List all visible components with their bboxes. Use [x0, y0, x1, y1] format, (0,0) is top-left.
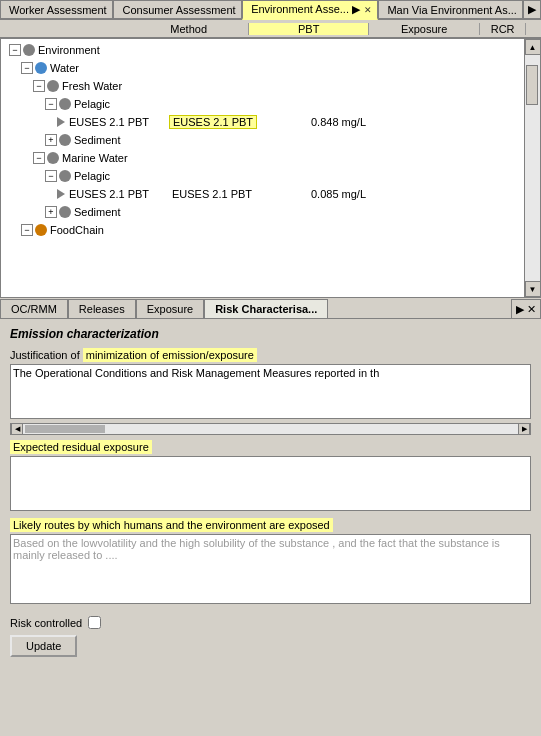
tab-environment-assessment[interactable]: Environment Asse... ▶ ✕ [242, 0, 378, 20]
tree-node-fw-pelagic[interactable]: − Pelagic [1, 95, 524, 113]
risk-controlled-row: Risk controlled [10, 616, 531, 629]
water-label: Water [50, 62, 79, 74]
expand-icon-water[interactable]: − [21, 62, 33, 74]
hscroll-track [23, 424, 518, 434]
expand-icon-mw-pelagic[interactable]: − [45, 170, 57, 182]
freshwater-icon [47, 80, 59, 92]
justification-textarea-wrapper [10, 364, 531, 421]
expand-icon-fw-sediment[interactable]: + [45, 134, 57, 146]
scroll-track [525, 55, 541, 281]
routes-label: Likely routes by which humans and the en… [10, 519, 531, 531]
freshwater-label: Fresh Water [62, 80, 122, 92]
expand-icon-environment[interactable]: − [9, 44, 21, 56]
expand-icon-marinewater[interactable]: − [33, 152, 45, 164]
fw-pelagic-label: Pelagic [74, 98, 110, 110]
mw-pelagic-label: Pelagic [74, 170, 110, 182]
risk-controlled-checkbox[interactable] [88, 616, 101, 629]
foodchain-icon [35, 224, 47, 236]
justification-textarea[interactable] [10, 364, 531, 419]
foodchain-label: FoodChain [50, 224, 104, 236]
risk-controlled-label: Risk controlled [10, 617, 82, 629]
justification-label: Justification of minimization of emissio… [10, 349, 531, 361]
expand-icon-mw-sediment[interactable]: + [45, 206, 57, 218]
fw-euses-value: 0.848 mg/L [311, 116, 366, 128]
btab-releases[interactable]: Releases [68, 299, 136, 318]
expected-exposure-label: Expected residual exposure [10, 441, 531, 453]
tree-node-freshwater[interactable]: − Fresh Water [1, 77, 524, 95]
hscroll-thumb[interactable] [25, 425, 105, 433]
col-header-rcr: RCR [480, 23, 526, 35]
tree-node-fw-sediment[interactable]: + Sediment [1, 131, 524, 149]
tree-node-environment[interactable]: − Environment [1, 41, 524, 59]
tab-more-button[interactable]: ▶ [523, 0, 541, 18]
mw-pelagic-icon [59, 170, 71, 182]
water-icon [35, 62, 47, 74]
play-icon-fw-euses [57, 117, 65, 127]
tree-node-mw-sediment[interactable]: + Sediment [1, 203, 524, 221]
horizontal-scrollbar[interactable]: ◀ ▶ [10, 423, 531, 435]
bottom-tab-bar: OC/RMM Releases Exposure Risk Characteri… [0, 299, 541, 319]
marinewater-icon [47, 152, 59, 164]
update-button[interactable]: Update [10, 635, 77, 657]
tab-worker-assessment[interactable]: Worker Assessment [0, 0, 113, 18]
routes-textarea[interactable] [10, 534, 531, 604]
col-header-exposure: Exposure [369, 23, 480, 35]
play-icon-mw-euses [57, 189, 65, 199]
tree-node-foodchain[interactable]: − FoodChain [1, 221, 524, 239]
form-section-title: Emission characterization [10, 327, 531, 341]
fw-pelagic-icon [59, 98, 71, 110]
tree-node-mw-euses[interactable]: EUSES 2.1 PBT EUSES 2.1 PBT 0.085 mg/L [1, 185, 521, 203]
hscroll-left-button[interactable]: ◀ [11, 423, 23, 435]
scroll-thumb[interactable] [526, 65, 538, 105]
expand-icon-freshwater[interactable]: − [33, 80, 45, 92]
mw-euses-value: 0.085 mg/L [311, 188, 366, 200]
env-label: Environment [38, 44, 100, 56]
expand-icon-foodchain[interactable]: − [21, 224, 33, 236]
fw-euses-method: EUSES 2.1 PBT [169, 115, 257, 129]
env-icon [23, 44, 35, 56]
fw-sediment-icon [59, 134, 71, 146]
tree-node-mw-pelagic[interactable]: − Pelagic [1, 167, 524, 185]
tree-node-marinewater[interactable]: − Marine Water [1, 149, 524, 167]
close-environment-tab[interactable]: ✕ [364, 5, 372, 15]
col-header-method: Method [129, 23, 249, 35]
btab-exposure[interactable]: Exposure [136, 299, 204, 318]
marinewater-label: Marine Water [62, 152, 128, 164]
mw-sediment-label: Sediment [74, 206, 120, 218]
fw-sediment-label: Sediment [74, 134, 120, 146]
justification-highlight: minimization of emission/exposure [83, 348, 257, 362]
expected-exposure-highlight: Expected residual exposure [10, 440, 152, 454]
tree-node-water[interactable]: − Water [1, 59, 524, 77]
top-tab-bar: Worker Assessment Consumer Assessment En… [0, 0, 541, 20]
scroll-up-button[interactable]: ▲ [525, 39, 541, 55]
tab-man-via-environment[interactable]: Man Via Environment As... [378, 0, 523, 18]
fw-euses-label: EUSES 2.1 PBT [69, 116, 149, 128]
expand-icon-fw-pelagic[interactable]: − [45, 98, 57, 110]
mw-euses-method: EUSES 2.1 PBT [169, 188, 255, 200]
tree-content: − Environment − Water − Fresh Water − Pe… [1, 39, 524, 297]
expected-exposure-textarea[interactable] [10, 456, 531, 511]
btab-oc-rmm[interactable]: OC/RMM [0, 299, 68, 318]
hscroll-right-button[interactable]: ▶ [518, 423, 530, 435]
tab-consumer-assessment[interactable]: Consumer Assessment [113, 0, 242, 18]
tree-scrollbar[interactable]: ▲ ▼ [524, 39, 540, 297]
mw-euses-label: EUSES 2.1 PBT [69, 188, 149, 200]
form-panel: Emission characterization Justification … [0, 319, 541, 665]
tree-panel: − Environment − Water − Fresh Water − Pe… [0, 38, 541, 298]
column-headers: Method PBT Exposure RCR [0, 20, 541, 38]
mw-sediment-icon [59, 206, 71, 218]
btab-risk-characterisation[interactable]: Risk Characterisa... [204, 299, 328, 318]
btab-more-button[interactable]: ▶ ✕ [511, 299, 541, 318]
scroll-down-button[interactable]: ▼ [525, 281, 541, 297]
routes-highlight: Likely routes by which humans and the en… [10, 518, 333, 532]
col-header-method-value: PBT [249, 23, 369, 35]
tree-node-fw-euses[interactable]: EUSES 2.1 PBT EUSES 2.1 PBT 0.848 mg/L [1, 113, 521, 131]
